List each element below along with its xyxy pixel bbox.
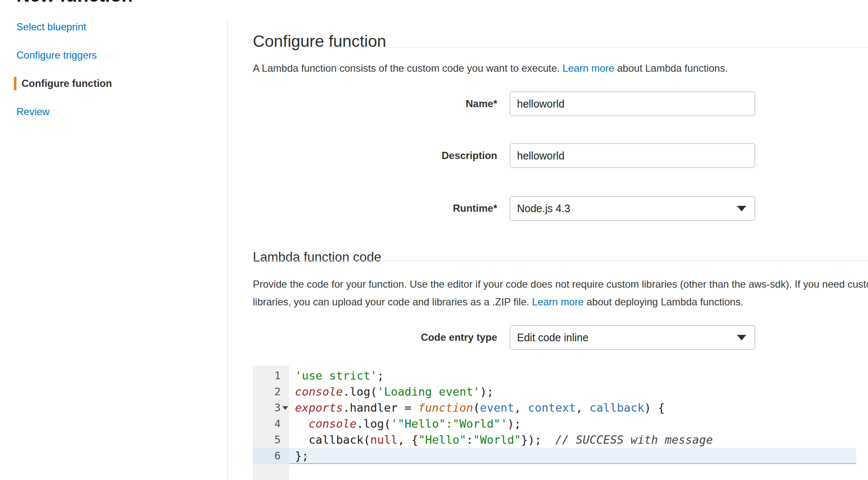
code-token-plain: ; xyxy=(377,369,384,382)
page-heading: Configure function xyxy=(253,32,386,51)
gutter-line-number: 5 xyxy=(253,432,289,448)
code-entry-type-label: Code entry type xyxy=(253,325,497,350)
code-token-param: callback xyxy=(589,401,644,414)
code-token-comment: // SUCCESS with message xyxy=(555,433,713,446)
code-token-string: "Hello" xyxy=(418,433,466,446)
code-section-divider xyxy=(253,260,868,261)
line-number-text: 3 xyxy=(274,402,281,414)
intro-before: A Lambda function consists of the custom… xyxy=(253,62,563,74)
code-entry-type-value: Edit code inline xyxy=(517,332,589,344)
code-token-support: exports xyxy=(295,401,343,414)
code-token-plain: ( xyxy=(473,401,480,414)
code-token-plain: .log( xyxy=(356,417,391,430)
code-token-keyword: function xyxy=(418,401,473,414)
line-number-text: 1 xyxy=(274,369,281,382)
code-token-plain: , xyxy=(576,401,590,414)
code-token-param: context xyxy=(528,401,576,414)
heading-divider xyxy=(253,47,868,48)
code-token-plain: , xyxy=(514,401,528,414)
code-token-plain: .log( xyxy=(343,385,377,398)
code-entry-type-select[interactable]: Edit code inline xyxy=(510,325,755,350)
fold-toggle-icon[interactable] xyxy=(282,406,288,410)
editor-code-area[interactable]: 'use strict';console.log('Loading event'… xyxy=(289,366,856,480)
code-token-support: console xyxy=(295,385,343,398)
intro-text: A Lambda function consists of the custom… xyxy=(253,62,728,74)
runtime-label: Runtime* xyxy=(253,196,497,221)
runtime-select-value: Node.js 4.3 xyxy=(517,202,570,215)
page: New function Select blueprintConfigure t… xyxy=(0,0,868,480)
sidebar-item-configure-function[interactable]: Configure function xyxy=(14,77,219,90)
code-token-plain: callback( xyxy=(295,433,370,446)
description-input[interactable] xyxy=(510,143,755,168)
sidebar-item-configure-triggers[interactable]: Configure triggers xyxy=(0,49,219,62)
code-token-plain xyxy=(295,417,309,430)
desc-line2-after: about deploying Lambda functions. xyxy=(584,296,743,307)
code-line[interactable]: console.log('Loading event'); xyxy=(289,384,856,400)
gutter-line-number: 4 xyxy=(253,416,289,432)
vertical-divider xyxy=(227,19,228,480)
description-label: Description xyxy=(253,143,497,168)
page-title-text: New function xyxy=(16,0,143,5)
code-token-plain: : xyxy=(466,433,473,446)
gutter-line-number: 3 xyxy=(253,400,289,416)
code-line[interactable]: }; xyxy=(289,448,856,464)
name-input[interactable] xyxy=(510,92,755,116)
code-token-param: event xyxy=(480,401,514,414)
clipped-page-title: New function xyxy=(16,0,143,5)
line-number-text: 6 xyxy=(274,450,281,462)
code-line[interactable]: 'use strict'; xyxy=(289,368,856,384)
gutter-line-number: 1 xyxy=(253,368,289,384)
sidebar-item-select-blueprint[interactable]: Select blueprint xyxy=(0,20,219,34)
code-token-support: console xyxy=(309,417,357,430)
learn-more-deploy-link[interactable]: Learn more xyxy=(532,296,584,307)
code-token-plain: , { xyxy=(398,433,418,446)
caret-down-icon xyxy=(737,206,746,211)
code-line[interactable]: exports.handler = function(event, contex… xyxy=(289,400,856,416)
code-line[interactable]: callback(null, {"Hello":"World"}); // SU… xyxy=(289,432,856,448)
gutter-line-number: 2 xyxy=(253,384,289,400)
editor-gutter: 123456 xyxy=(253,366,289,480)
intro-after: about Lambda functions. xyxy=(614,62,728,74)
code-editor[interactable]: 123456 'use strict';console.log('Loading… xyxy=(253,366,856,480)
code-section-desc-line2: libraries, you can upload your code and … xyxy=(253,296,743,308)
code-token-string: 'Loading event' xyxy=(377,385,480,398)
code-token-plain: .handler = xyxy=(343,401,418,414)
wizard-steps-sidebar: Select blueprintConfigure triggersConfig… xyxy=(0,20,219,133)
line-number-text: 5 xyxy=(274,434,281,446)
code-token-constant: null xyxy=(370,433,398,446)
code-token-string: '"Hello":"World"' xyxy=(391,417,507,430)
code-token-plain: }; xyxy=(295,449,309,462)
learn-more-link[interactable]: Learn more xyxy=(563,62,614,74)
code-token-plain: ); xyxy=(507,417,521,430)
code-section-desc-line1: Provide the code for your function. Use … xyxy=(253,278,868,290)
code-section-heading: Lambda function code xyxy=(253,250,381,265)
desc-line2-before: libraries, you can upload your code and … xyxy=(253,296,532,307)
runtime-select[interactable]: Node.js 4.3 xyxy=(510,196,755,221)
sidebar-item-review[interactable]: Review xyxy=(0,105,219,119)
code-token-plain: ) { xyxy=(644,401,665,414)
line-number-text: 4 xyxy=(274,418,281,430)
caret-down-icon xyxy=(737,335,746,340)
code-line[interactable]: console.log('"Hello":"World"'); xyxy=(289,416,856,432)
code-token-plain: }); xyxy=(521,433,555,446)
line-number-text: 2 xyxy=(274,386,281,398)
code-token-plain: ); xyxy=(480,385,494,398)
code-token-string: 'use strict' xyxy=(295,369,377,382)
gutter-line-number: 6 xyxy=(253,448,289,464)
name-label: Name* xyxy=(253,92,497,116)
code-token-string: "World" xyxy=(473,433,521,446)
